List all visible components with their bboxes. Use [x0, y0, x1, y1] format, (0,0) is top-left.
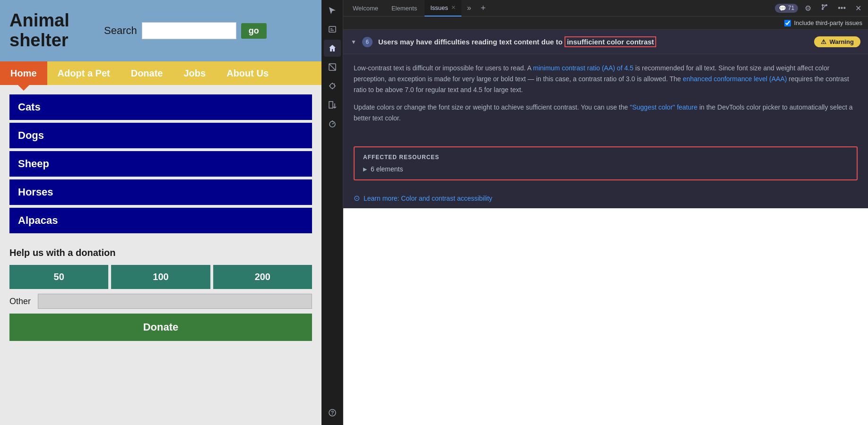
animal-item-cats[interactable]: Cats [9, 94, 312, 120]
expand-affected-icon[interactable]: ▶ [363, 166, 367, 172]
learn-more-row: ⊙ Learn more: Color and contrast accessi… [343, 188, 868, 208]
nav-item-jobs[interactable]: Jobs [174, 61, 217, 85]
devtools-panel: ? Welcome Elements Issues ✕ » + 💬 71 [321, 0, 868, 425]
debug-icon[interactable] [324, 77, 341, 94]
nav-bar: Home Adopt a Pet Donate Jobs About Us [0, 61, 321, 85]
search-area: Search go [104, 22, 267, 39]
nav-item-donate[interactable]: Donate [121, 61, 174, 85]
nav-item-about[interactable]: About Us [216, 61, 279, 85]
issue-collapse-button[interactable]: ▼ [351, 39, 356, 45]
console-drawer-icon[interactable] [324, 21, 341, 38]
other-label: Other [9, 297, 33, 306]
other-amount-input[interactable] [38, 294, 312, 309]
include-third-party-checkbox[interactable] [784, 20, 791, 26]
tab-issues-close[interactable]: ✕ [451, 4, 456, 11]
site-title: Animal shelter [9, 11, 85, 51]
add-tab-button[interactable]: + [477, 1, 490, 15]
tab-issues[interactable]: Issues ✕ [425, 0, 461, 17]
issue-count-badge: 6 [362, 37, 373, 47]
svg-rect-11 [329, 102, 333, 108]
close-devtools-icon[interactable]: ✕ [852, 3, 864, 14]
affected-elements-count: 6 elements [371, 165, 403, 173]
svg-rect-0 [329, 26, 336, 32]
svg-line-4 [329, 64, 336, 70]
animal-item-dogs[interactable]: Dogs [9, 123, 312, 148]
svg-line-17 [332, 123, 334, 124]
devtools-toolbar-right: 💬 71 ⚙ ••• ✕ [775, 2, 864, 14]
enhanced-conformance-link[interactable]: enhanced conformance level (AAA) [683, 75, 787, 83]
warning-badge: ⚠ Warning [814, 36, 860, 47]
donation-100-button[interactable]: 100 [111, 265, 210, 289]
cursor-icon[interactable] [324, 2, 341, 19]
no-image-icon[interactable] [324, 59, 341, 76]
learn-more-icon: ⊙ [354, 194, 360, 203]
donation-50-button[interactable]: 50 [9, 265, 108, 289]
tab-welcome[interactable]: Welcome [347, 0, 384, 17]
search-go-button[interactable]: go [241, 23, 267, 39]
nav-item-home[interactable]: Home [0, 61, 47, 85]
issue-title: Users may have difficulties reading text… [378, 37, 809, 47]
learn-more-link[interactable]: Learn more: Color and contrast accessibi… [364, 195, 492, 202]
issue-body: Low-contrast text is difficult or imposs… [343, 54, 868, 139]
animal-item-alpacas[interactable]: Alpacas [9, 208, 312, 233]
donate-submit-button[interactable]: Donate [9, 314, 312, 341]
home-icon[interactable] [324, 40, 341, 57]
search-input[interactable] [142, 22, 236, 39]
affected-resources-title: AFFECTED RESOURCES [363, 154, 848, 161]
help-icon[interactable]: ? [324, 404, 341, 421]
site-header: Animal shelter Search go [0, 0, 321, 61]
svg-line-10 [334, 84, 335, 85]
donation-amounts: 50 100 200 [9, 265, 312, 289]
include-third-party-label[interactable]: Include third-party issues [794, 19, 862, 26]
animal-item-horses[interactable]: Horses [9, 179, 312, 205]
svg-text:?: ? [330, 410, 334, 416]
search-label: Search [104, 25, 137, 37]
nav-item-adopt[interactable]: Adopt a Pet [47, 61, 121, 85]
website-panel: Animal shelter Search go Home Adopt a Pe… [0, 0, 321, 425]
issues-count-badge[interactable]: 💬 71 [775, 4, 798, 13]
more-options-icon[interactable]: ••• [835, 3, 849, 13]
animal-item-sheep[interactable]: Sheep [9, 151, 312, 177]
donation-section: Help us with a donation 50 100 200 Other… [9, 247, 312, 341]
affected-resources-box: AFFECTED RESOURCES ▶ 6 elements [354, 146, 858, 180]
issues-content: ▼ 6 Users may have difficulties reading … [343, 30, 868, 425]
more-tabs-button[interactable]: » [463, 2, 475, 14]
svg-line-25 [823, 6, 825, 8]
donation-200-button[interactable]: 200 [213, 265, 312, 289]
include-third-party-row: Include third-party issues [343, 17, 868, 30]
affected-elements-row[interactable]: ▶ 6 elements [363, 165, 848, 173]
issue-paragraph-1: Low-contrast text is difficult or imposs… [354, 63, 858, 95]
branch-icon[interactable] [818, 2, 831, 14]
svg-point-22 [822, 8, 824, 10]
svg-point-21 [825, 4, 827, 6]
devtools-tabs: Welcome Elements Issues ✕ » + 💬 71 ⚙ • [343, 0, 868, 17]
other-row: Other [9, 294, 312, 309]
issue-paragraph-2: Update colors or change the font size or… [354, 102, 858, 124]
site-content: Cats Dogs Sheep Horses Alpacas Help us w… [0, 85, 321, 425]
donation-title: Help us with a donation [9, 247, 312, 258]
issue-header: ▼ 6 Users may have difficulties reading … [343, 30, 868, 54]
tab-elements[interactable]: Elements [386, 0, 423, 17]
min-contrast-link[interactable]: minimum contrast ratio (AA) of 4.5 [533, 64, 633, 72]
suggest-color-link[interactable]: "Suggest color" feature [630, 103, 697, 111]
settings-icon[interactable]: ⚙ [802, 3, 814, 14]
devtools-sidebar: ? [321, 0, 343, 425]
svg-point-20 [822, 4, 824, 6]
issue-card: ▼ 6 Users may have difficulties reading … [343, 30, 868, 208]
timer-icon[interactable] [324, 115, 341, 132]
devtools-main: Welcome Elements Issues ✕ » + 💬 71 ⚙ • [343, 0, 868, 425]
animal-list: Cats Dogs Sheep Horses Alpacas [9, 94, 312, 233]
sources-icon[interactable] [324, 96, 341, 113]
